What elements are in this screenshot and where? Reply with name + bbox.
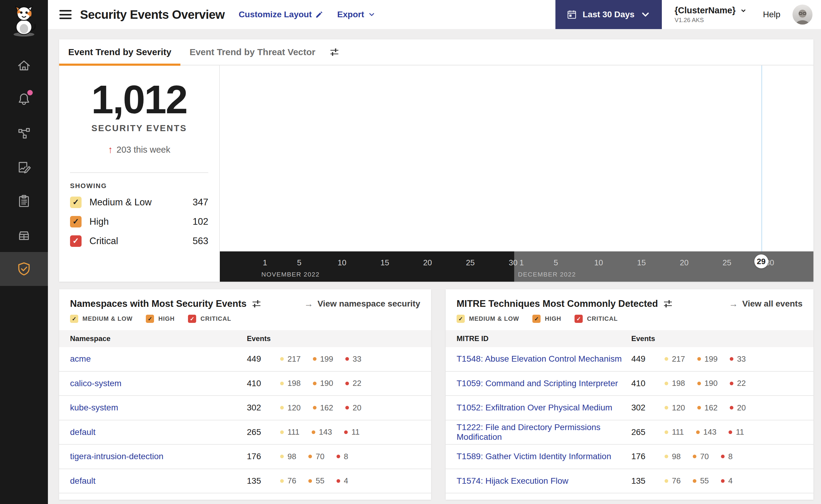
bar-slot[interactable] — [663, 65, 671, 251]
bar-slot[interactable] — [483, 65, 492, 251]
sidebar-item-home[interactable] — [0, 48, 48, 82]
bar-slot[interactable] — [731, 65, 740, 251]
filter-checkbox[interactable]: ✓ — [70, 315, 78, 323]
date-range-button[interactable]: Last 30 Days — [555, 0, 662, 29]
bar-slot[interactable] — [740, 65, 748, 251]
namespace-link[interactable]: acme — [70, 354, 247, 364]
bar-slot[interactable] — [346, 65, 355, 251]
bar-slot[interactable] — [620, 65, 629, 251]
bar-slot[interactable] — [680, 65, 689, 251]
sidebar-item-threat-defense[interactable] — [0, 252, 48, 286]
bar-slot[interactable] — [689, 65, 697, 251]
selected-day-badge[interactable]: 29 — [754, 254, 768, 268]
bar-slot[interactable] — [517, 65, 526, 251]
bar-slot[interactable] — [551, 65, 560, 251]
bar-slot[interactable] — [261, 65, 269, 251]
help-link[interactable]: Help — [763, 10, 780, 19]
bar-slot[interactable] — [440, 65, 449, 251]
bar-slot[interactable] — [706, 65, 714, 251]
bar-slot[interactable] — [355, 65, 363, 251]
bar-slot[interactable] — [714, 65, 723, 251]
filter-checkbox[interactable]: ✓ — [457, 315, 465, 323]
card-settings-sliders-icon[interactable] — [663, 299, 673, 309]
sidebar-item-alerts[interactable] — [0, 82, 48, 116]
bar-slot[interactable] — [372, 65, 381, 251]
bar-slot[interactable] — [577, 65, 586, 251]
bar-slot[interactable] — [492, 65, 500, 251]
bar-slot[interactable] — [474, 65, 483, 251]
bar-slot[interactable] — [312, 65, 321, 251]
bar-slot[interactable] — [629, 65, 637, 251]
filter-checkbox[interactable]: ✓ — [146, 315, 154, 323]
bar-slot[interactable] — [603, 65, 611, 251]
bar-slot[interactable] — [278, 65, 286, 251]
mitre-technique-link[interactable]: T1574: Hijack Execution Flow — [457, 476, 631, 486]
namespace-link[interactable]: kube-system — [70, 403, 247, 413]
cluster-selector[interactable]: {ClusterName} V1.26 AKS — [675, 5, 747, 24]
filter-high[interactable]: ✓HIGH — [532, 315, 561, 323]
bar-slot[interactable] — [509, 65, 517, 251]
mitre-technique-link[interactable]: T1589: Gather Victim Identity Informatio… — [457, 452, 631, 461]
mitre-technique-link[interactable]: T1052: Exfiltration Over Physical Medium — [457, 403, 631, 413]
bar-slot[interactable] — [526, 65, 534, 251]
bar-slot[interactable] — [757, 65, 766, 251]
bar-slot[interactable] — [329, 65, 338, 251]
bar-slot[interactable] — [723, 65, 731, 251]
bar-slot[interactable] — [364, 65, 372, 251]
bar-slot[interactable] — [654, 65, 663, 251]
chart-settings-sliders-icon[interactable] — [329, 47, 340, 57]
medium-low-checkbox[interactable]: ✓ — [70, 197, 81, 208]
filter-high[interactable]: ✓HIGH — [146, 315, 174, 323]
calico-cat-logo[interactable] — [7, 4, 41, 38]
bar-slot[interactable] — [457, 65, 466, 251]
bar-slot[interactable] — [543, 65, 551, 251]
bar-slot[interactable] — [406, 65, 415, 251]
bar-slot[interactable] — [637, 65, 646, 251]
card-settings-sliders-icon[interactable] — [251, 299, 262, 309]
bar-slot[interactable] — [697, 65, 706, 251]
bar-slot[interactable] — [611, 65, 620, 251]
bar-slot[interactable] — [415, 65, 423, 251]
hamburger-menu-icon[interactable] — [59, 10, 71, 19]
critical-checkbox[interactable]: ✓ — [70, 235, 81, 247]
mitre-technique-link[interactable]: T1548: Abuse Elevation Control Mechanism — [457, 354, 631, 364]
bar-slot[interactable] — [423, 65, 432, 251]
export-button[interactable]: Export — [337, 10, 376, 19]
bar-slot[interactable] — [500, 65, 509, 251]
bar-slot[interactable] — [432, 65, 440, 251]
tab-event-trend-by-threat-vector[interactable]: Event Trend by Threat Vector — [180, 39, 324, 65]
mitre-technique-link[interactable]: T1222: File and Directory Permissions Mo… — [457, 423, 631, 442]
filter-checkbox[interactable]: ✓ — [532, 315, 540, 323]
bar-slot[interactable] — [338, 65, 346, 251]
sidebar-item-service-graph[interactable] — [0, 116, 48, 150]
filter-critical[interactable]: ✓CRITICAL — [188, 315, 231, 323]
namespace-link[interactable]: default — [70, 476, 247, 486]
high-checkbox[interactable]: ✓ — [70, 216, 81, 227]
sidebar-item-images[interactable] — [0, 218, 48, 252]
bar-slot[interactable] — [381, 65, 389, 251]
bar-slot[interactable] — [295, 65, 304, 251]
user-avatar[interactable] — [793, 5, 813, 25]
bar-slot[interactable] — [748, 65, 757, 251]
mitre-technique-link[interactable]: T1059: Command and Scripting Interpreter — [457, 379, 631, 388]
customize-layout-button[interactable]: Customize Layout — [239, 10, 323, 19]
bar-slot[interactable] — [594, 65, 603, 251]
bar-slot[interactable] — [304, 65, 312, 251]
namespace-link[interactable]: tigera-intrusion-detection — [70, 452, 247, 461]
tab-event-trend-by-severity[interactable]: Event Trend by Severity — [59, 39, 180, 65]
bar-slot[interactable] — [646, 65, 654, 251]
bar-slot[interactable] — [398, 65, 406, 251]
view-all-events-link[interactable]: → View all events — [729, 299, 803, 309]
bar-slot[interactable] — [534, 65, 543, 251]
sidebar-item-compliance[interactable] — [0, 184, 48, 218]
sidebar-item-policies[interactable] — [0, 150, 48, 184]
bar-slot[interactable] — [672, 65, 680, 251]
bar-slot[interactable] — [560, 65, 569, 251]
bar-slot[interactable] — [586, 65, 594, 251]
bar-slot[interactable] — [569, 65, 577, 251]
bar-slot[interactable] — [766, 65, 774, 251]
bar-slot[interactable] — [287, 65, 295, 251]
filter-medium-low[interactable]: ✓MEDIUM & LOW — [457, 315, 519, 323]
namespace-link[interactable]: default — [70, 427, 247, 437]
view-namespace-security-link[interactable]: → View namespace security — [304, 299, 420, 309]
